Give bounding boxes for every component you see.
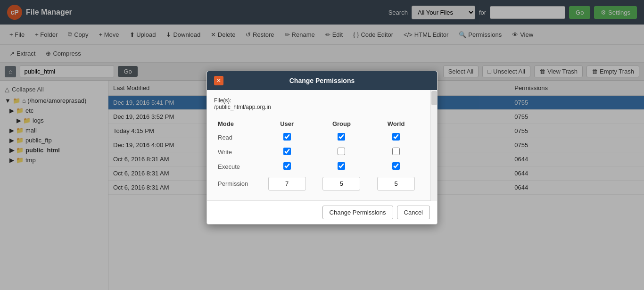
permission-label: Permission bbox=[214, 174, 260, 193]
world-write-checkbox[interactable] bbox=[392, 148, 400, 155]
world-perm-input[interactable] bbox=[377, 177, 415, 191]
execute-row: Execute bbox=[214, 159, 423, 174]
read-row: Read bbox=[214, 130, 423, 145]
file-path: /public_html/app.org.in bbox=[214, 104, 423, 110]
mode-header: Mode bbox=[214, 117, 260, 130]
modal-footer: Change Permissions Cancel bbox=[207, 201, 437, 224]
change-permissions-modal: ✕ Change Permissions File(s): /public_ht… bbox=[206, 71, 438, 224]
file-label: File(s): bbox=[214, 97, 423, 104]
world-execute-checkbox[interactable] bbox=[392, 162, 400, 170]
world-header: World bbox=[369, 117, 423, 130]
permission-number-row: Permission bbox=[214, 174, 423, 193]
user-execute-checkbox[interactable] bbox=[283, 162, 291, 170]
cancel-button[interactable]: Cancel bbox=[397, 206, 430, 219]
user-read-checkbox[interactable] bbox=[283, 133, 291, 141]
file-info: File(s): /public_html/app.org.in bbox=[214, 97, 423, 110]
write-row: Write bbox=[214, 145, 423, 159]
user-header: User bbox=[260, 117, 314, 130]
world-read-checkbox[interactable] bbox=[392, 133, 400, 141]
group-write-checkbox[interactable] bbox=[338, 148, 345, 155]
permissions-table: Mode User Group World Read bbox=[214, 117, 423, 193]
modal-overlay: ✕ Change Permissions File(s): /public_ht… bbox=[0, 0, 644, 290]
user-write-checkbox[interactable] bbox=[283, 148, 291, 155]
modal-title: Change Permissions bbox=[289, 77, 355, 84]
group-execute-checkbox[interactable] bbox=[338, 162, 345, 170]
group-read-checkbox[interactable] bbox=[338, 133, 345, 141]
modal-body: File(s): /public_html/app.org.in Mode Us… bbox=[207, 90, 430, 201]
change-permissions-button[interactable]: Change Permissions bbox=[322, 206, 393, 219]
write-label: Write bbox=[214, 145, 260, 159]
user-perm-input[interactable] bbox=[268, 177, 306, 191]
modal-header: ✕ Change Permissions bbox=[207, 71, 437, 90]
read-label: Read bbox=[214, 130, 260, 145]
group-perm-input[interactable] bbox=[322, 177, 360, 191]
execute-label: Execute bbox=[214, 159, 260, 174]
group-header: Group bbox=[314, 117, 369, 130]
modal-close-button[interactable]: ✕ bbox=[214, 76, 223, 85]
modal-scrollbar[interactable] bbox=[430, 90, 437, 201]
